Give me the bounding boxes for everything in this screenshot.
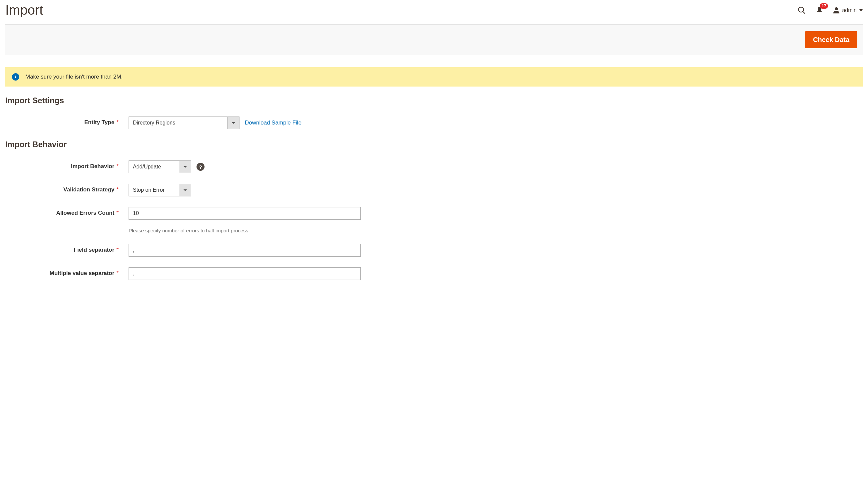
user-menu[interactable]: admin	[833, 7, 863, 14]
user-icon	[833, 7, 840, 14]
notifications-icon[interactable]: 17	[815, 6, 824, 15]
chevron-down-icon	[227, 117, 239, 129]
import-behavior-label: Import Behavior*	[5, 160, 129, 170]
svg-line-1	[803, 11, 806, 14]
allowed-errors-label: Allowed Errors Count*	[5, 207, 129, 216]
multi-value-separator-label: Multiple value separator*	[5, 267, 129, 277]
validation-strategy-label: Validation Strategy*	[5, 184, 129, 193]
notification-badge: 17	[820, 3, 828, 9]
field-field-separator: Field separator*	[5, 244, 863, 256]
check-data-button[interactable]: Check Data	[805, 31, 857, 48]
svg-point-2	[835, 7, 838, 10]
info-message: i Make sure your file isn't more than 2M…	[5, 67, 863, 87]
chevron-down-icon	[179, 161, 191, 173]
chevron-down-icon	[859, 9, 863, 11]
page-header: Import 17 admin	[5, 0, 863, 24]
field-import-behavior: Import Behavior* Add/Update ?	[5, 160, 863, 173]
field-entity-type: Entity Type* Directory Regions Download …	[5, 116, 863, 129]
field-separator-input[interactable]	[129, 244, 361, 256]
entity-type-label: Entity Type*	[5, 116, 129, 126]
allowed-errors-input[interactable]	[129, 207, 361, 220]
section-title-import-behavior: Import Behavior	[5, 140, 863, 151]
svg-point-0	[799, 7, 804, 12]
field-multi-value-separator: Multiple value separator*	[5, 267, 863, 280]
download-sample-link[interactable]: Download Sample File	[245, 119, 301, 126]
help-icon[interactable]: ?	[197, 163, 204, 171]
multi-value-separator-input[interactable]	[129, 267, 361, 280]
import-behavior-select[interactable]: Add/Update	[129, 160, 191, 173]
field-separator-label: Field separator*	[5, 244, 129, 253]
field-allowed-errors: Allowed Errors Count* Please specify num…	[5, 207, 863, 233]
section-title-import-settings: Import Settings	[5, 96, 863, 107]
username-label: admin	[842, 7, 857, 13]
entity-type-select[interactable]: Directory Regions	[129, 116, 239, 129]
chevron-down-icon	[179, 184, 191, 196]
header-actions: 17 admin	[797, 6, 863, 15]
allowed-errors-note: Please specify number of errors to halt …	[129, 228, 361, 233]
validation-strategy-select[interactable]: Stop on Error	[129, 184, 191, 196]
search-icon[interactable]	[797, 6, 806, 15]
field-validation-strategy: Validation Strategy* Stop on Error	[5, 184, 863, 196]
info-icon: i	[12, 73, 19, 80]
info-message-text: Make sure your file isn't more than 2M.	[25, 74, 123, 80]
page-title: Import	[5, 3, 43, 18]
action-bar: Check Data	[5, 24, 863, 55]
